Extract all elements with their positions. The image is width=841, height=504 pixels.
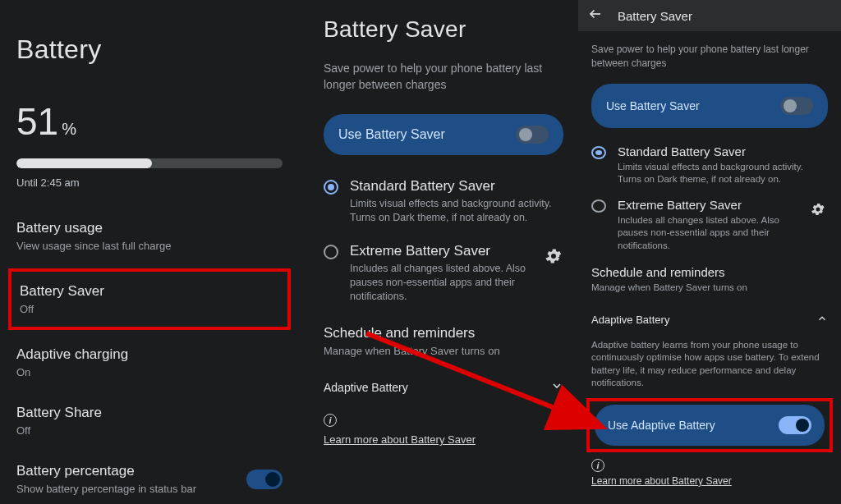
info-icon: i <box>324 414 337 427</box>
battery-percent-symbol: % <box>62 120 76 139</box>
battery-usage-label: Battery usage <box>16 220 283 236</box>
battery-percentage-sub: Show battery percentage in status bar <box>16 483 196 495</box>
use-battery-saver-toggle[interactable] <box>780 97 813 115</box>
battery-share-item[interactable]: Battery Share Off <box>16 392 283 450</box>
use-battery-saver-pill[interactable]: Use Battery Saver <box>324 114 563 155</box>
standard-saver-sub: Limits visual effects and background act… <box>350 197 563 225</box>
battery-saver-panel-expanded: Battery Saver Save power to help your ph… <box>578 0 841 504</box>
adaptive-charging-item[interactable]: Adaptive charging On <box>16 333 283 392</box>
battery-share-sub: Off <box>16 424 283 437</box>
adaptive-battery-expander[interactable]: Adaptive Battery <box>591 303 828 337</box>
adaptive-charging-sub: On <box>16 366 283 378</box>
radio-checked-icon[interactable] <box>324 180 338 195</box>
battery-usage-sub: View usage since last full charge <box>16 240 283 252</box>
adaptive-battery-expander[interactable]: Adaptive Battery <box>324 369 563 405</box>
use-battery-saver-toggle[interactable] <box>516 126 549 144</box>
use-adaptive-battery-pill[interactable]: Use Adaptive Battery <box>595 405 825 446</box>
use-battery-saver-pill[interactable]: Use Battery Saver <box>591 84 828 128</box>
learn-more-link[interactable]: Learn more about Battery Saver <box>324 433 476 446</box>
standard-saver-option[interactable]: Standard Battery Saver Limits visual eff… <box>324 178 563 225</box>
use-battery-saver-label: Use Battery Saver <box>338 127 445 142</box>
battery-saver-item[interactable]: Battery Saver Off <box>20 277 279 322</box>
chevron-up-icon <box>816 313 828 327</box>
standard-saver-sub: Limits visual effects and background act… <box>618 161 828 186</box>
page-title: Battery <box>16 34 283 65</box>
standard-saver-title: Standard Battery Saver <box>618 144 828 158</box>
extreme-saver-title: Extreme Battery Saver <box>618 198 797 212</box>
extreme-saver-option[interactable]: Extreme Battery Saver Includes all chang… <box>324 243 563 304</box>
chevron-down-icon <box>550 379 563 396</box>
learn-more-link[interactable]: Learn more about Battery Saver <box>591 475 732 487</box>
battery-saver-panel: Battery Saver Save power to help your ph… <box>299 0 578 504</box>
battery-share-label: Battery Share <box>16 405 283 421</box>
back-arrow-icon[interactable] <box>588 7 603 25</box>
extreme-saver-option[interactable]: Extreme Battery Saver Includes all chang… <box>591 198 828 253</box>
schedule-title: Schedule and reminders <box>324 325 563 341</box>
standard-saver-title: Standard Battery Saver <box>350 178 563 195</box>
extreme-saver-sub: Includes all changes listed above. Also … <box>618 214 797 253</box>
battery-percent-number: 51 <box>16 99 58 144</box>
use-battery-saver-label: Use Battery Saver <box>606 99 700 112</box>
adaptive-battery-label: Adaptive Battery <box>324 381 408 394</box>
battery-saver-sub: Off <box>20 303 279 315</box>
radio-unchecked-icon[interactable] <box>591 199 606 213</box>
adaptive-battery-desc: Adaptive battery learns from your phone … <box>591 339 828 390</box>
battery-percentage-label: Battery percentage <box>16 463 196 479</box>
standard-saver-option[interactable]: Standard Battery Saver Limits visual eff… <box>591 144 828 186</box>
battery-saver-label: Battery Saver <box>20 283 279 300</box>
topbar-title: Battery Saver <box>618 9 692 23</box>
battery-percent: 51 % <box>16 99 283 144</box>
battery-percentage-toggle[interactable] <box>246 470 283 489</box>
schedule-sub: Manage when Battery Saver turns on <box>591 282 828 295</box>
radio-unchecked-icon[interactable] <box>324 245 338 259</box>
highlight-battery-saver: Battery Saver Off <box>8 268 291 330</box>
use-adaptive-battery-label: Use Adaptive Battery <box>608 419 715 432</box>
extreme-saver-sub: Includes all changes listed above. Also … <box>350 262 532 304</box>
adaptive-charging-label: Adaptive charging <box>16 346 283 363</box>
battery-progress-fill <box>16 158 152 168</box>
top-bar: Battery Saver <box>578 0 841 31</box>
schedule-title: Schedule and reminders <box>591 265 828 279</box>
radio-checked-icon[interactable] <box>591 146 606 159</box>
gear-icon[interactable] <box>808 201 828 218</box>
schedule-item[interactable]: Schedule and reminders Manage when Batte… <box>591 265 828 295</box>
schedule-sub: Manage when Battery Saver turns on <box>324 344 563 359</box>
page-title: Battery Saver <box>324 16 563 43</box>
info-icon: i <box>591 459 604 472</box>
battery-saver-desc: Save power to help your phone battery la… <box>591 43 828 71</box>
battery-saver-desc: Save power to help your phone battery la… <box>324 61 563 93</box>
extreme-saver-title: Extreme Battery Saver <box>350 243 532 259</box>
settings-battery-panel: Battery 51 % Until 2:45 am Battery usage… <box>0 0 299 504</box>
battery-percentage-item[interactable]: Battery percentage Show battery percenta… <box>16 450 283 504</box>
learn-more-row[interactable]: i <box>324 414 563 427</box>
battery-progress-bar <box>16 158 283 168</box>
gear-icon[interactable] <box>544 246 563 266</box>
adaptive-battery-label: Adaptive Battery <box>591 314 669 326</box>
schedule-item[interactable]: Schedule and reminders Manage when Batte… <box>324 325 563 359</box>
use-adaptive-battery-toggle[interactable] <box>779 416 811 434</box>
battery-until-text: Until 2:45 am <box>16 176 283 189</box>
battery-usage-item[interactable]: Battery usage View usage since last full… <box>16 207 283 265</box>
